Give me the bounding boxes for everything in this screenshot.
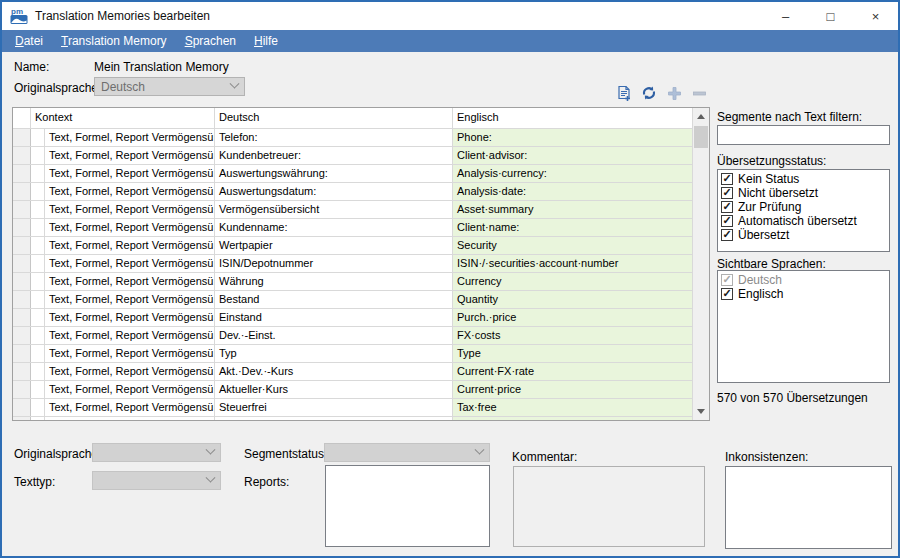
row-header-cell[interactable]: [13, 183, 31, 200]
cell-deutsch[interactable]: Akt.·Dev.·-Kurs: [215, 363, 453, 380]
cell-kontext[interactable]: Text, Formel, Report Vermögensü...: [45, 165, 215, 182]
scroll-down-icon[interactable]: [693, 403, 709, 420]
cell-englisch[interactable]: Analysis·date:: [453, 183, 692, 200]
cell-englisch[interactable]: Asset·summary: [453, 201, 692, 218]
cell-kontext[interactable]: Text, Formel, Report Vermögensü...: [45, 399, 215, 416]
detail-source-language-combo[interactable]: [92, 443, 221, 462]
checkbox-icon[interactable]: ✓: [721, 201, 733, 213]
row-header-cell[interactable]: [13, 327, 31, 344]
source-language-combo[interactable]: Deutsch: [94, 77, 245, 96]
scrollbar-thumb[interactable]: [694, 126, 708, 148]
row-header-cell[interactable]: [13, 255, 31, 272]
table-row[interactable]: Text, Formel, Report Vermögensü... Typ T…: [13, 345, 692, 363]
table-row[interactable]: Text, Formel, Report Vermögensü... Einst…: [13, 309, 692, 327]
checkbox-item[interactable]: ✓ Kein Status: [719, 172, 888, 186]
table-row[interactable]: Text, Formel, Report Vermögensü... Auswe…: [13, 165, 692, 183]
cell-englisch[interactable]: Quantity: [453, 291, 692, 308]
checkbox-item[interactable]: ✓ Englisch: [719, 287, 888, 301]
row-header-cell[interactable]: [13, 309, 31, 326]
row-header-cell[interactable]: [13, 363, 31, 380]
cell-deutsch[interactable]: Einstand: [215, 309, 453, 326]
table-row[interactable]: Text, Formel, Report Vermögensü... Steue…: [13, 399, 692, 417]
checkbox-icon[interactable]: ✓: [721, 229, 733, 241]
cell-deutsch[interactable]: Kundenbetreuer:: [215, 147, 453, 164]
cell-kontext[interactable]: Text, Formel, Report Vermögensü...: [45, 147, 215, 164]
cell-englisch[interactable]: Phone:: [453, 129, 692, 146]
table-row[interactable]: Text, Formel, Report Vermögensü... Akt.·…: [13, 363, 692, 381]
cell-kontext[interactable]: Text, Formel, Report Vermögensü...: [45, 237, 215, 254]
checkbox-item[interactable]: ✓ Nicht übersetzt: [719, 186, 888, 200]
menu-hilfe[interactable]: Hilfe: [245, 32, 287, 50]
header-englisch[interactable]: Englisch: [453, 108, 709, 128]
cell-kontext[interactable]: Text, Formel, Report Vermögensü...: [45, 309, 215, 326]
row-header-cell[interactable]: [13, 237, 31, 254]
cell-deutsch[interactable]: Dev.·-Einst.: [215, 327, 453, 344]
cell-kontext[interactable]: Text, Formel, Report Vermögensü...: [45, 255, 215, 272]
table-row[interactable]: Text, Formel, Report Vermögensü... Aktue…: [13, 381, 692, 399]
cell-englisch[interactable]: Analysis·currency:: [453, 165, 692, 182]
table-row[interactable]: Text, Formel, Report Vermögensü... Auswe…: [13, 183, 692, 201]
row-header-cell[interactable]: [13, 201, 31, 218]
cell-deutsch[interactable]: Kundenname:: [215, 219, 453, 236]
cell-deutsch[interactable]: Vermögensübersicht: [215, 201, 453, 218]
comment-textarea[interactable]: [513, 466, 705, 547]
table-row[interactable]: Text, Formel, Report Vermögensü... Kunde…: [13, 219, 692, 237]
scroll-up-icon[interactable]: [693, 108, 709, 125]
cell-kontext[interactable]: Text, Formel, Report Vermögensü...: [45, 129, 215, 146]
cell-kontext[interactable]: Text, Formel, Report Vermögensü...: [45, 201, 215, 218]
menu-datei[interactable]: Datei: [6, 32, 52, 50]
header-deutsch[interactable]: Deutsch: [215, 108, 453, 128]
table-row[interactable]: Text, Formel, Report Vermögensü... Antei…: [13, 417, 692, 420]
table-row[interactable]: Text, Formel, Report Vermögensü... Vermö…: [13, 201, 692, 219]
cell-kontext[interactable]: Text, Formel, Report Vermögensü...: [45, 273, 215, 290]
add-document-icon[interactable]: [614, 83, 634, 103]
cell-kontext[interactable]: Text, Formel, Report Vermögensü...: [45, 183, 215, 200]
header-kontext[interactable]: Kontext: [31, 108, 215, 128]
table-row[interactable]: Text, Formel, Report Vermögensü... Telef…: [13, 129, 692, 147]
cell-deutsch[interactable]: Auswertungsdatum:: [215, 183, 453, 200]
cell-deutsch[interactable]: Typ: [215, 345, 453, 362]
segment-status-combo[interactable]: [324, 443, 490, 462]
cell-kontext[interactable]: Text, Formel, Report Vermögensü...: [45, 417, 215, 420]
menu-sprachen[interactable]: Sprachen: [176, 32, 245, 50]
checkbox-item[interactable]: ✓ Deutsch: [719, 273, 888, 287]
texttype-combo[interactable]: [92, 471, 221, 490]
cell-englisch[interactable]: FX·costs: [453, 327, 692, 344]
reports-listbox[interactable]: [325, 465, 490, 547]
cell-deutsch[interactable]: Wertpapier: [215, 237, 453, 254]
row-header-cell[interactable]: [13, 291, 31, 308]
cell-deutsch[interactable]: Bestand: [215, 291, 453, 308]
cell-deutsch[interactable]: Steuerfrei: [215, 399, 453, 416]
add-segment-icon[interactable]: [665, 83, 685, 103]
checkbox-icon[interactable]: ✓: [721, 288, 733, 300]
checkbox-icon[interactable]: ✓: [721, 187, 733, 199]
cell-englisch[interactable]: Share·[%]: [453, 417, 692, 420]
checkbox-icon[interactable]: ✓: [721, 274, 733, 286]
cell-englisch[interactable]: Currency: [453, 273, 692, 290]
table-row[interactable]: Text, Formel, Report Vermögensü... Kunde…: [13, 147, 692, 165]
table-vertical-scrollbar[interactable]: [692, 108, 709, 420]
cell-englisch[interactable]: Type: [453, 345, 692, 362]
cell-kontext[interactable]: Text, Formel, Report Vermögensü...: [45, 381, 215, 398]
cell-deutsch[interactable]: Aktueller·Kurs: [215, 381, 453, 398]
cell-kontext[interactable]: Text, Formel, Report Vermögensü...: [45, 219, 215, 236]
maximize-button[interactable]: □: [808, 2, 853, 30]
checkbox-item[interactable]: ✓ Übersetzt: [719, 228, 888, 242]
cell-englisch[interactable]: Purch.·price: [453, 309, 692, 326]
cell-deutsch[interactable]: Währung: [215, 273, 453, 290]
checkbox-icon[interactable]: ✓: [721, 215, 733, 227]
cell-englisch[interactable]: Current·price: [453, 381, 692, 398]
cell-englisch[interactable]: Current·FX·rate: [453, 363, 692, 380]
cell-kontext[interactable]: Text, Formel, Report Vermögensü...: [45, 291, 215, 308]
row-header-cell[interactable]: [13, 129, 31, 146]
cell-deutsch[interactable]: Telefon:: [215, 129, 453, 146]
inconsistencies-listbox[interactable]: [725, 466, 892, 549]
row-header-cell[interactable]: [13, 219, 31, 236]
cell-deutsch[interactable]: ISIN/Depotnummer: [215, 255, 453, 272]
checkbox-item[interactable]: ✓ Automatisch übersetzt: [719, 214, 888, 228]
checkbox-item[interactable]: ✓ Zur Prüfung: [719, 200, 888, 214]
row-header-cell[interactable]: [13, 147, 31, 164]
refresh-icon[interactable]: [639, 83, 659, 103]
checkbox-icon[interactable]: ✓: [721, 173, 733, 185]
cell-englisch[interactable]: ISIN·/·securities·account·number: [453, 255, 692, 272]
